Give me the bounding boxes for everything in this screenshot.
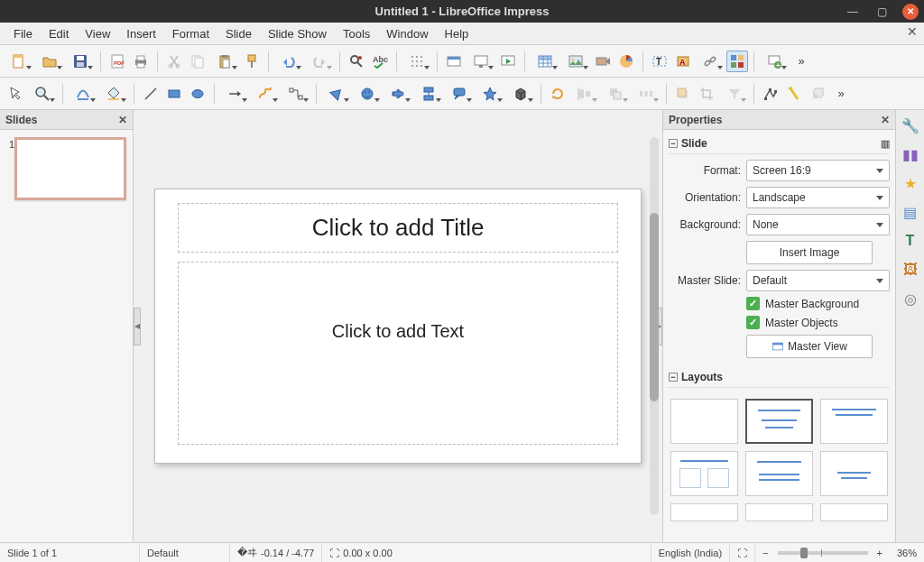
sidebar-gallery-tab[interactable]: 🖼: [901, 260, 920, 280]
crop-button[interactable]: [696, 83, 717, 105]
distribute-button[interactable]: [632, 83, 661, 105]
start-slideshow-button[interactable]: [467, 51, 495, 72]
export-pdf-button[interactable]: PDF: [106, 51, 128, 72]
menu-window[interactable]: Window: [378, 24, 436, 43]
maximize-button[interactable]: ▢: [873, 4, 890, 20]
layouts-section-header[interactable]: − Layouts: [669, 367, 890, 388]
toggle-extrusion-button[interactable]: [807, 83, 828, 105]
gluepoints-button[interactable]: [783, 83, 805, 105]
toolbar-overflow-button[interactable]: »: [790, 51, 812, 72]
zoom-fit-button[interactable]: ⛶: [730, 543, 755, 562]
slide-canvas[interactable]: Click to add Title Click to add Text: [154, 189, 642, 464]
layout-7[interactable]: [670, 503, 738, 521]
master-view-button[interactable]: Master View: [746, 335, 873, 358]
menu-slideshow[interactable]: Slide Show: [260, 24, 335, 43]
menu-help[interactable]: Help: [437, 24, 477, 43]
filter-button[interactable]: [719, 83, 748, 105]
save-button[interactable]: [66, 51, 95, 72]
menu-view[interactable]: View: [77, 24, 118, 43]
layout-blank[interactable]: [670, 399, 738, 444]
menu-edit[interactable]: Edit: [41, 24, 77, 43]
menu-insert[interactable]: Insert: [118, 24, 164, 43]
undo-button[interactable]: [274, 51, 303, 72]
insert-av-button[interactable]: [592, 51, 614, 72]
align-objects-button[interactable]: [570, 83, 599, 105]
insert-hyperlink-button[interactable]: [696, 51, 725, 72]
lines-arrows-button[interactable]: [220, 83, 249, 105]
ellipse-button[interactable]: [187, 83, 208, 105]
sidebar-slide-transition-tab[interactable]: ▮▮: [901, 144, 920, 164]
slides-panel-close-button[interactable]: ✕: [118, 114, 127, 126]
rectangle-button[interactable]: [163, 83, 185, 105]
redo-button[interactable]: [305, 51, 334, 72]
paste-button[interactable]: [210, 51, 239, 72]
zoom-percent[interactable]: 36%: [890, 543, 924, 562]
menu-file[interactable]: File: [5, 24, 41, 43]
orientation-select[interactable]: Landscape: [746, 187, 890, 208]
line-color-button[interactable]: [69, 83, 97, 105]
close-window-button[interactable]: ✕: [902, 4, 919, 20]
layout-centered-text[interactable]: [820, 451, 888, 496]
slide-section-header[interactable]: − Slide ▥: [669, 134, 890, 154]
connectors-button[interactable]: [282, 83, 310, 105]
spellcheck-button[interactable]: Abc: [369, 51, 391, 72]
find-replace-button[interactable]: [346, 51, 367, 72]
content-placeholder[interactable]: Click to add Text: [178, 262, 618, 445]
flowchart-button[interactable]: [414, 83, 443, 105]
start-from-first-button[interactable]: [497, 51, 519, 72]
layout-title-content[interactable]: [745, 399, 813, 444]
3d-objects-button[interactable]: [506, 83, 535, 105]
insert-table-button[interactable]: [531, 51, 559, 72]
layout-title-only[interactable]: [820, 399, 888, 444]
clone-formatting-button[interactable]: [241, 51, 263, 72]
new-button[interactable]: [5, 51, 33, 72]
minimize-button[interactable]: —: [845, 4, 861, 20]
slide-thumbnail-1[interactable]: 1: [7, 137, 125, 200]
menu-slide[interactable]: Slide: [217, 24, 260, 43]
curves-polygons-button[interactable]: [251, 83, 280, 105]
cut-button[interactable]: [163, 51, 185, 72]
layout-8[interactable]: [745, 503, 813, 521]
insert-textbox-button[interactable]: T: [649, 51, 670, 72]
copy-button[interactable]: [187, 51, 208, 72]
stars-button[interactable]: [476, 83, 504, 105]
basic-shapes-button[interactable]: [322, 83, 351, 105]
master-slide-select[interactable]: Default: [746, 270, 890, 291]
fill-color-button[interactable]: [99, 83, 128, 105]
show-draw-functions-button[interactable]: [726, 51, 748, 72]
master-slide-button[interactable]: [443, 51, 465, 72]
format-select[interactable]: Screen 16:9: [746, 160, 890, 181]
toolbar2-overflow-button[interactable]: »: [830, 83, 852, 105]
panel-splitter-left-button[interactable]: ◀: [134, 308, 141, 345]
sidebar-styles-tab[interactable]: T: [901, 231, 920, 251]
zoom-slider[interactable]: [778, 551, 868, 555]
master-background-checkbox[interactable]: ✓ Master Background: [746, 297, 890, 310]
select-tool-button[interactable]: [5, 83, 26, 105]
block-arrows-button[interactable]: [383, 83, 412, 105]
display-grid-button[interactable]: [402, 51, 431, 72]
insert-image-button-props[interactable]: Insert Image: [746, 241, 873, 264]
sidebar-master-slides-tab[interactable]: ▤: [901, 202, 920, 222]
properties-panel-close-button[interactable]: ✕: [881, 114, 890, 126]
menu-tools[interactable]: Tools: [335, 24, 378, 43]
zoom-tool-button[interactable]: [28, 83, 57, 105]
zoom-out-button[interactable]: −: [759, 548, 772, 558]
sidebar-properties-tab[interactable]: 🔧: [901, 115, 920, 135]
menu-format[interactable]: Format: [164, 24, 217, 43]
sidebar-navigator-tab[interactable]: ◎: [901, 289, 920, 309]
insert-image-button[interactable]: [561, 51, 590, 72]
rotate-button[interactable]: [547, 83, 568, 105]
toggle-point-edit-button[interactable]: [760, 83, 781, 105]
insert-fontwork-button[interactable]: A: [672, 51, 694, 72]
master-objects-checkbox[interactable]: ✓ Master Objects: [746, 316, 890, 329]
insert-chart-button[interactable]: [615, 51, 637, 72]
symbol-shapes-button[interactable]: [353, 83, 382, 105]
more-options-icon[interactable]: ▥: [881, 138, 890, 150]
open-button[interactable]: [35, 51, 64, 72]
title-placeholder[interactable]: Click to add Title: [178, 203, 618, 253]
layout-two-content[interactable]: [670, 451, 738, 496]
layout-content-title[interactable]: [745, 451, 813, 496]
shadow-button[interactable]: [672, 83, 694, 105]
zoom-in-button[interactable]: +: [873, 548, 886, 558]
callouts-button[interactable]: [445, 83, 474, 105]
